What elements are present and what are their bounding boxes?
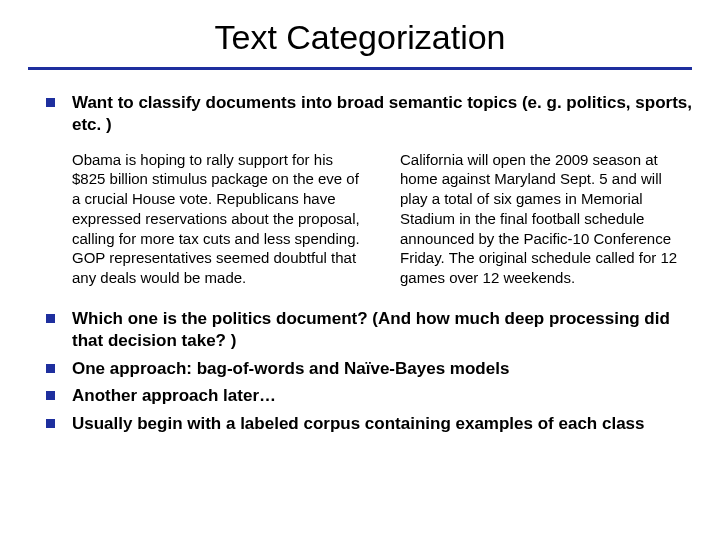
points-list: Which one is the politics document? (And… xyxy=(28,308,692,435)
point-item: One approach: bag-of-words and Naïve-Bay… xyxy=(46,358,692,380)
example-row: Obama is hoping to rally support for his… xyxy=(72,150,692,289)
example-sports: California will open the 2009 season at … xyxy=(400,150,692,289)
title-underline xyxy=(28,67,692,70)
slide-title: Text Categorization xyxy=(28,18,692,57)
intro-list: Want to classify documents into broad se… xyxy=(28,92,692,136)
point-item: Usually begin with a labeled corpus cont… xyxy=(46,413,692,435)
point-item: Which one is the politics document? (And… xyxy=(46,308,692,352)
example-politics: Obama is hoping to rally support for his… xyxy=(72,150,364,289)
intro-bullet: Want to classify documents into broad se… xyxy=(46,92,692,136)
point-item: Another approach later… xyxy=(46,385,692,407)
